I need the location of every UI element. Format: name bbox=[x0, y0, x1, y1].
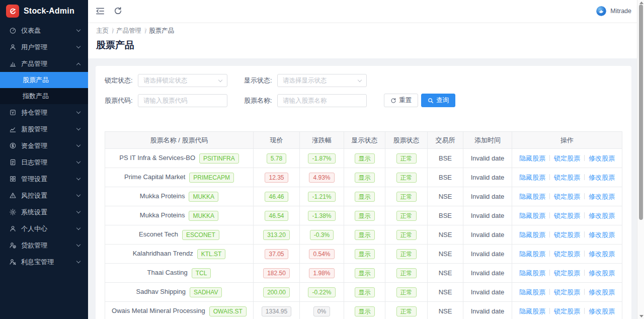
price-tag: 46.46 bbox=[265, 192, 288, 202]
breadcrumb-home[interactable]: 主页 bbox=[96, 27, 109, 34]
stock-name: Mukka Proteins bbox=[140, 211, 185, 219]
stock-name-label: 股票名称: bbox=[244, 96, 273, 105]
sidebar-item-logs[interactable]: 日志管理 bbox=[0, 154, 88, 171]
stock-code-tag: ESCONET bbox=[182, 230, 219, 240]
refresh-page-icon[interactable] bbox=[113, 6, 123, 16]
scrollbar-down-arrow[interactable] bbox=[639, 315, 643, 317]
stock-name: Owais Metal Mineral Processing bbox=[112, 307, 205, 314]
action-divider bbox=[549, 155, 550, 161]
scrollbar-up-arrow[interactable] bbox=[639, 2, 643, 4]
lock-stock-link[interactable]: 锁定股票 bbox=[554, 231, 580, 238]
sidebar-item-label: 用户管理 bbox=[21, 43, 47, 52]
sidebar-item-interest[interactable]: 利息宝管理 bbox=[0, 254, 88, 270]
hide-stock-link[interactable]: 隐藏股票 bbox=[519, 231, 545, 238]
stock-code-tag: MUKKA bbox=[189, 211, 218, 221]
stock-status-tag: 正常 bbox=[396, 268, 417, 278]
added-time: Invalid date bbox=[471, 288, 505, 296]
sidebar-item-admin-settings[interactable]: 管理设置 bbox=[0, 171, 88, 187]
reset-button[interactable]: 重置 bbox=[384, 94, 418, 107]
lock-stock-link[interactable]: 锁定股票 bbox=[554, 174, 580, 181]
edit-stock-link[interactable]: 修改股票 bbox=[589, 174, 615, 181]
action-divider bbox=[584, 174, 585, 180]
scrollbar[interactable] bbox=[637, 0, 644, 319]
lock-status-select[interactable]: 请选择锁定状态 bbox=[138, 74, 227, 87]
sidebar-item-dashboard[interactable]: 仪表盘 bbox=[0, 22, 88, 39]
table-row: Esconet TechESCONET313.20-0.3%显示正常NSEInv… bbox=[105, 225, 622, 245]
added-time: Invalid date bbox=[471, 269, 505, 277]
lock-stock-link[interactable]: 锁定股票 bbox=[554, 212, 580, 219]
change-tag: 0% bbox=[313, 306, 330, 316]
sidebar-item-loans[interactable]: 贷款管理 bbox=[0, 237, 88, 254]
hide-stock-link[interactable]: 隐藏股票 bbox=[519, 154, 545, 162]
breadcrumb-products[interactable]: 产品管理 bbox=[116, 27, 141, 34]
display-status-select[interactable]: 请选择显示状态 bbox=[277, 74, 367, 87]
search-button[interactable]: 查询 bbox=[421, 94, 455, 107]
edit-stock-link[interactable]: 修改股票 bbox=[589, 269, 615, 277]
sidebar-item-products[interactable]: 产品管理 bbox=[0, 55, 88, 72]
collapse-sidebar-icon[interactable] bbox=[95, 6, 105, 16]
scrollbar-thumb[interactable] bbox=[639, 5, 643, 220]
edit-stock-link[interactable]: 修改股票 bbox=[589, 288, 615, 296]
profile-icon bbox=[9, 225, 17, 232]
hide-stock-link[interactable]: 隐藏股票 bbox=[519, 250, 545, 258]
sidebar-subitem-index-products[interactable]: 指数产品 bbox=[0, 88, 88, 104]
stock-name: PS IT Infra & Services-BO bbox=[119, 154, 195, 162]
hide-stock-link[interactable]: 隐藏股票 bbox=[519, 212, 545, 219]
lock-stock-link[interactable]: 锁定股票 bbox=[554, 307, 580, 315]
sidebar-item-new-stocks[interactable]: 新股管理 bbox=[0, 121, 88, 137]
sidebar-item-profile[interactable]: 个人中心 bbox=[0, 220, 88, 237]
edit-stock-link[interactable]: 修改股票 bbox=[589, 250, 615, 258]
sidebar-item-risk-settings[interactable]: 风控设置 bbox=[0, 187, 88, 204]
app-logo-icon bbox=[6, 5, 19, 18]
sidebar-item-label: 风控设置 bbox=[21, 191, 47, 200]
sidebar-item-label: 系统设置 bbox=[21, 208, 47, 217]
lock-stock-link[interactable]: 锁定股票 bbox=[554, 193, 580, 200]
hide-stock-link[interactable]: 隐藏股票 bbox=[519, 193, 545, 200]
lock-stock-link[interactable]: 锁定股票 bbox=[554, 250, 580, 258]
chevron-up-icon bbox=[76, 62, 80, 66]
exchange: NSE bbox=[439, 231, 452, 238]
sidebar-item-system-settings[interactable]: 系统设置 bbox=[0, 204, 88, 220]
lock-stock-link[interactable]: 锁定股票 bbox=[554, 288, 580, 296]
stock-name-input[interactable] bbox=[277, 94, 367, 107]
sidebar-subitem-stock-products[interactable]: 股票产品 bbox=[0, 72, 88, 88]
app-logo[interactable]: Stock-Admin bbox=[0, 0, 88, 22]
sidebar-item-users[interactable]: 用户管理 bbox=[0, 39, 88, 55]
lock-stock-link[interactable]: 锁定股票 bbox=[554, 154, 580, 162]
hide-stock-link[interactable]: 隐藏股票 bbox=[519, 269, 545, 277]
loans-icon bbox=[9, 242, 17, 249]
content-area: 锁定状态: 请选择锁定状态 显示状态: 请选择显示状态 bbox=[88, 58, 644, 319]
username: Mitrade bbox=[610, 8, 631, 15]
sidebar-item-label: 贷款管理 bbox=[21, 241, 47, 250]
hide-stock-link[interactable]: 隐藏股票 bbox=[519, 288, 545, 296]
edit-stock-link[interactable]: 修改股票 bbox=[589, 231, 615, 238]
chevron-down-icon bbox=[76, 226, 80, 230]
col-name-code: 股票名称 / 股票代码 bbox=[105, 132, 254, 149]
edit-stock-link[interactable]: 修改股票 bbox=[589, 193, 615, 200]
newstock-icon bbox=[9, 125, 17, 133]
lock-stock-link[interactable]: 锁定股票 bbox=[554, 269, 580, 277]
col-display-status: 显示状态 bbox=[344, 132, 385, 149]
edit-stock-link[interactable]: 修改股票 bbox=[589, 154, 615, 162]
stock-code-tag: KTL.ST bbox=[197, 249, 226, 259]
chevron-down-icon bbox=[76, 28, 80, 32]
hide-stock-link[interactable]: 隐藏股票 bbox=[519, 307, 545, 315]
stock-status-tag: 正常 bbox=[396, 211, 417, 221]
sidebar-item-funds[interactable]: 资金管理 bbox=[0, 137, 88, 154]
product-icon bbox=[9, 60, 17, 67]
added-time: Invalid date bbox=[471, 174, 505, 181]
hide-stock-link[interactable]: 隐藏股票 bbox=[519, 174, 545, 181]
table-row: Owais Metal Mineral ProcessingOWAIS.ST13… bbox=[105, 302, 622, 319]
display-status-tag: 显示 bbox=[355, 173, 375, 183]
edit-stock-link[interactable]: 修改股票 bbox=[589, 212, 615, 219]
sidebar-item-positions[interactable]: 持仓管理 bbox=[0, 104, 88, 121]
edit-stock-link[interactable]: 修改股票 bbox=[589, 307, 615, 315]
action-divider bbox=[549, 289, 550, 295]
price-tag: 1334.95 bbox=[262, 306, 291, 316]
stock-code-input[interactable] bbox=[138, 94, 227, 107]
sidebar-item-label: 利息宝管理 bbox=[21, 258, 54, 267]
risk-icon bbox=[9, 192, 17, 199]
price-tag: 5.78 bbox=[267, 153, 286, 164]
user-menu[interactable]: Mitrade bbox=[596, 6, 631, 16]
position-icon bbox=[9, 109, 17, 116]
